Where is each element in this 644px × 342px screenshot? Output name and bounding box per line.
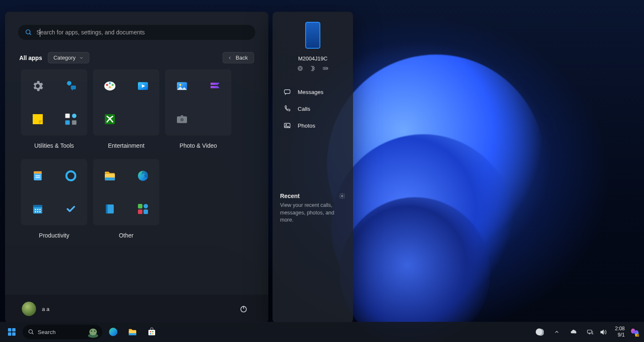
cortana-icon [60, 165, 81, 186]
start-search-input[interactable] [36, 29, 249, 36]
category-label: Utilities & Tools [34, 142, 74, 149]
svg-rect-65 [150, 331, 151, 332]
svg-rect-30 [35, 211, 36, 212]
svg-rect-40 [138, 209, 143, 214]
svg-point-11 [109, 82, 111, 84]
taskbar-explorer[interactable] [124, 324, 141, 340]
sticky-notes-icon [27, 109, 48, 130]
phone-item-label: Calls [298, 106, 310, 112]
category-label: Other [119, 232, 133, 239]
onedrive-icon [570, 329, 577, 336]
gear-icon[interactable] [339, 193, 345, 199]
svg-rect-38 [138, 204, 143, 209]
back-button[interactable]: Back [223, 52, 254, 63]
svg-point-58 [89, 329, 97, 335]
file-explorer-icon [127, 327, 138, 337]
feedback-hub-icon [60, 76, 81, 97]
clock[interactable]: 2:08 9/1 [612, 326, 628, 338]
start-menu: All apps Category Back Utilities & Tools [5, 12, 268, 323]
recent-description: View your recent calls, messages, photos… [280, 202, 345, 224]
svg-rect-53 [8, 332, 11, 336]
clipchamp-icon [205, 76, 226, 97]
phone-calls[interactable]: Calls [280, 100, 345, 117]
svg-rect-68 [152, 333, 153, 334]
system-tray-onedrive[interactable] [566, 324, 582, 340]
svg-rect-46 [327, 68, 328, 69]
power-icon [239, 305, 248, 313]
search-icon [28, 329, 34, 335]
svg-point-49 [286, 124, 287, 125]
svg-point-61 [109, 328, 117, 336]
svg-rect-34 [105, 178, 115, 180]
microsoft-store-icon [147, 327, 157, 337]
category-entertainment[interactable] [93, 69, 159, 136]
svg-rect-28 [37, 209, 38, 210]
dev-home-icon [132, 198, 153, 219]
taskbar-store[interactable] [143, 324, 160, 340]
journal-icon [99, 198, 120, 219]
notepad-icon [27, 165, 48, 186]
category-label: Entertainment [108, 142, 144, 149]
svg-rect-47 [284, 90, 290, 94]
todo-icon [60, 198, 81, 219]
svg-point-19 [180, 118, 184, 121]
all-apps-heading: All apps [19, 55, 42, 61]
category-utilities-tools[interactable] [21, 69, 87, 136]
battery-icon [322, 65, 329, 72]
user-account-button[interactable]: a a [22, 302, 49, 316]
svg-rect-29 [39, 209, 41, 210]
phone-photos[interactable]: Photos [280, 117, 345, 134]
photos-icon [283, 122, 291, 129]
category-photo-video[interactable] [165, 69, 231, 136]
svg-line-1 [30, 34, 31, 35]
calls-icon [283, 105, 291, 112]
windows-logo-icon [7, 327, 17, 337]
filter-dropdown[interactable]: Category [48, 52, 89, 63]
svg-rect-67 [150, 333, 151, 334]
svg-rect-54 [12, 332, 16, 336]
weather-widget[interactable] [531, 324, 548, 340]
svg-rect-26 [33, 205, 42, 207]
svg-rect-51 [8, 328, 11, 332]
taskbar-edge[interactable] [105, 324, 122, 340]
system-tray-quick[interactable] [582, 324, 611, 340]
start-search[interactable] [18, 24, 256, 40]
filter-label: Category [53, 55, 75, 61]
phone-device-icon [305, 22, 320, 49]
svg-point-50 [341, 195, 343, 197]
copilot-icon: PRE [630, 327, 640, 337]
text-caret [40, 29, 40, 37]
movies-tv-icon [132, 76, 153, 97]
svg-point-0 [26, 30, 30, 34]
time-text: 2:08 [615, 326, 625, 332]
wallpaper-bloom [340, 197, 491, 342]
svg-point-13 [109, 86, 111, 88]
phone-item-label: Messages [298, 89, 324, 95]
tray-chevron[interactable] [548, 324, 565, 340]
empty-slot [205, 109, 226, 130]
taskbar-search[interactable]: Search [23, 325, 102, 339]
phone-link-panel: M2004J19C Messages Calls Photos Recent V… [273, 12, 353, 323]
svg-line-56 [32, 333, 33, 334]
edge-icon [108, 327, 118, 337]
recent-heading: Recent [280, 193, 300, 199]
svg-point-6 [72, 113, 76, 118]
svg-rect-63 [129, 333, 136, 335]
phone-messages[interactable]: Messages [280, 84, 345, 100]
svg-point-2 [67, 81, 71, 86]
settings-icon [27, 76, 48, 97]
search-mascot-icon [86, 326, 101, 338]
copilot-button[interactable]: PRE [629, 326, 641, 338]
power-button[interactable] [236, 301, 252, 317]
category-other[interactable] [93, 159, 159, 225]
file-explorer-icon [99, 165, 120, 186]
calendar-icon [27, 198, 48, 219]
svg-point-59 [91, 331, 92, 332]
category-productivity[interactable] [21, 159, 87, 225]
svg-point-12 [112, 84, 114, 86]
svg-text:PRE: PRE [637, 334, 640, 337]
edge-icon [132, 165, 153, 186]
svg-rect-4 [33, 114, 43, 124]
start-button[interactable] [3, 324, 20, 340]
svg-rect-32 [39, 211, 41, 212]
